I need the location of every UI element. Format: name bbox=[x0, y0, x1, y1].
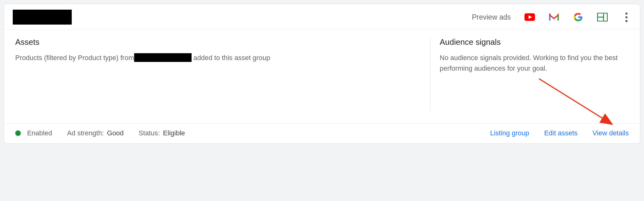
assets-text-prefix: Products (filtered by Product type) from bbox=[15, 54, 134, 62]
audience-heading: Audience signals bbox=[440, 37, 629, 47]
channel-icons bbox=[524, 13, 608, 21]
footer-actions: Listing group Edit assets View details bbox=[490, 129, 629, 137]
listing-group-link[interactable]: Listing group bbox=[490, 129, 529, 137]
ad-strength-label: Ad strength: bbox=[67, 129, 104, 137]
view-details-link[interactable]: View details bbox=[592, 129, 629, 137]
feed-name-redacted bbox=[134, 53, 192, 62]
status-value: Eligible bbox=[163, 129, 185, 137]
enabled-label: Enabled bbox=[27, 129, 52, 137]
card-header: Preview ads bbox=[4, 4, 640, 30]
google-g-icon bbox=[573, 13, 583, 21]
edit-assets-link[interactable]: Edit assets bbox=[544, 129, 578, 137]
asset-group-card: Preview ads bbox=[4, 4, 640, 144]
footer-left: Enabled Ad strength: Good Status: Eligib… bbox=[15, 129, 185, 137]
status: Status: Eligible bbox=[138, 129, 185, 137]
status-label: Status: bbox=[138, 129, 160, 137]
enabled-status: Enabled bbox=[15, 129, 52, 137]
ad-strength-value: Good bbox=[107, 129, 124, 137]
status-dot-icon bbox=[15, 130, 21, 136]
asset-group-title-redacted bbox=[13, 10, 72, 25]
assets-description: Products (filtered by Product type) from… bbox=[15, 53, 421, 63]
preview-ads-link[interactable]: Preview ads bbox=[472, 13, 511, 21]
svg-marker-4 bbox=[549, 14, 559, 20]
card-body: Assets Products (filtered by Product typ… bbox=[4, 30, 640, 123]
assets-heading: Assets bbox=[15, 37, 421, 47]
header-right: Preview ads bbox=[472, 12, 631, 22]
assets-text-suffix: added to this asset group bbox=[192, 54, 270, 62]
display-icon bbox=[597, 13, 608, 21]
assets-column: Assets Products (filtered by Product typ… bbox=[15, 37, 430, 111]
more-options-button[interactable] bbox=[621, 12, 631, 22]
card-footer: Enabled Ad strength: Good Status: Eligib… bbox=[4, 123, 640, 143]
audience-description: No audience signals provided. Working to… bbox=[440, 53, 629, 74]
audience-column: Audience signals No audience signals pro… bbox=[430, 37, 629, 111]
ad-strength: Ad strength: Good bbox=[67, 129, 124, 137]
gmail-icon bbox=[549, 13, 559, 21]
youtube-icon bbox=[524, 13, 535, 21]
